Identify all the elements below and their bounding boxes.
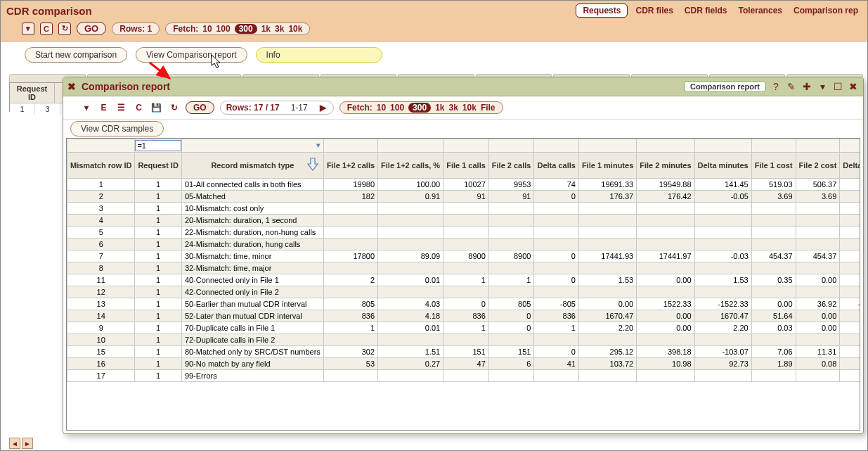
- table-cell: 17800: [323, 250, 377, 262]
- nav-requests[interactable]: Requests: [576, 4, 628, 18]
- filter-request-id-input[interactable]: [135, 140, 181, 151]
- columns-icon[interactable]: ☰: [115, 102, 127, 114]
- table-row[interactable]: 13150-Earlier than mutual CDR interval80…: [67, 298, 861, 310]
- help-icon[interactable]: ?: [770, 81, 782, 92]
- save-icon[interactable]: 💾: [150, 102, 162, 114]
- table-cell: 4: [67, 215, 135, 227]
- filter-request-id[interactable]: [135, 139, 181, 153]
- popup-close-icon[interactable]: ✖: [848, 81, 859, 92]
- redo2-icon[interactable]: ↻: [168, 102, 180, 114]
- pfetch-10k[interactable]: 10k: [462, 103, 477, 113]
- table-cell: 17441.97: [637, 250, 694, 262]
- filter-cell[interactable]: ▾: [181, 139, 323, 153]
- nav-comparison-rep[interactable]: Comparison rep: [790, 4, 862, 17]
- table-row[interactable]: 10172-Duplicate calls in File 2: [67, 334, 861, 346]
- col-delta-minutes[interactable]: Delta minutes: [694, 153, 751, 179]
- col-request-id[interactable]: Request ID: [135, 153, 181, 179]
- popup-go-button[interactable]: GO: [186, 101, 214, 114]
- table-cell: [694, 286, 751, 298]
- table-row[interactable]: 16190-No match by any field530.274764110…: [67, 358, 861, 370]
- collapse-icon[interactable]: ▾: [817, 81, 828, 92]
- col-file1-cost[interactable]: File 1 cost: [751, 153, 796, 179]
- nav-tolerances[interactable]: Tolerances: [735, 4, 786, 17]
- table-row[interactable]: 4120-Mismatch: duration, 1 second: [67, 215, 861, 227]
- fetch-300[interactable]: 300: [235, 24, 257, 34]
- table-row[interactable]: 5122-Mismatch: duration, non-hung calls: [67, 227, 861, 239]
- table-cell: 836: [443, 310, 489, 322]
- start-new-comparison-button[interactable]: Start new comparison: [25, 47, 127, 63]
- col-mismatch-row-id[interactable]: Mismatch row ID: [67, 153, 135, 179]
- table-row[interactable]: 11140-Connected only in File 120.011101.…: [67, 274, 861, 286]
- table-cell: 22-Mismatch: duration, non-hung calls: [181, 227, 323, 239]
- go-button[interactable]: GO: [77, 22, 106, 35]
- table-cell: 40-Connected only in File 1: [181, 274, 323, 286]
- table-cell: 52-Later than mutual CDR interval: [181, 310, 323, 322]
- col-delta-calls[interactable]: Delta calls: [534, 153, 578, 179]
- table-cell: 0.03: [840, 322, 860, 334]
- view-comparison-report-button[interactable]: View Comparison report: [136, 47, 247, 63]
- pfetch-1k[interactable]: 1k: [435, 103, 444, 113]
- table-cell: 4.18: [378, 310, 443, 322]
- table-cell: -805: [534, 298, 578, 310]
- fetch-10[interactable]: 10: [202, 24, 212, 34]
- maximize-icon[interactable]: ☐: [832, 81, 843, 92]
- view-cdr-samples-button[interactable]: View CDR samples: [70, 121, 164, 136]
- col-file2-cost[interactable]: File 2 cost: [796, 153, 840, 179]
- col-record-mismatch-type[interactable]: Record mismatch type: [181, 153, 323, 179]
- table-row[interactable]: 14152-Later than mutual CDR interval8364…: [67, 310, 861, 322]
- filter-icon[interactable]: ▾: [80, 102, 92, 114]
- pfetch-100[interactable]: 100: [390, 103, 404, 113]
- table-cell: 1: [135, 274, 181, 286]
- filter-cell[interactable]: [67, 139, 135, 153]
- col-file12-calls[interactable]: File 1+2 calls: [323, 153, 377, 179]
- col-file1-calls[interactable]: File 1 calls: [443, 153, 489, 179]
- pfetch-300[interactable]: 300: [408, 103, 431, 113]
- table-row[interactable]: 3110-Mismatch: cost only: [67, 203, 861, 215]
- popup-badge[interactable]: Comparison report: [684, 81, 766, 92]
- pfetch-10[interactable]: 10: [377, 103, 386, 113]
- fetch-3k[interactable]: 3k: [275, 24, 284, 34]
- table-row[interactable]: 7130-Mismatch: time, minor1780089.098900…: [67, 250, 861, 262]
- col-file1-minutes[interactable]: File 1 minutes: [578, 153, 636, 179]
- table-row[interactable]: 15180-Matched only by SRC/DST numbers302…: [67, 346, 861, 358]
- table-cell: 3: [67, 203, 135, 215]
- scroll-right-icon[interactable]: ►: [22, 438, 33, 449]
- table-row[interactable]: 9170-Duplicate calls in File 110.011012.…: [67, 322, 861, 334]
- col-file2-calls[interactable]: File 2 calls: [488, 153, 534, 179]
- table-cell: 17: [67, 370, 135, 382]
- fetch-100[interactable]: 100: [216, 24, 231, 34]
- bg-col-request-id[interactable]: Request ID: [10, 83, 55, 103]
- fetch-10k[interactable]: 10k: [288, 24, 302, 34]
- redo-icon[interactable]: ↻: [58, 23, 71, 35]
- table-row[interactable]: 6124-Mismatch: duration, hung calls: [67, 239, 861, 250]
- nav-cdr-fields[interactable]: CDR fields: [681, 4, 731, 17]
- rows-next-icon[interactable]: ▶: [319, 103, 328, 113]
- col-delta-cost[interactable]: Delta cost: [840, 153, 860, 179]
- table-row[interactable]: 17199-Errors: [67, 370, 861, 382]
- table-row[interactable]: 12142-Connected only in File 2: [67, 286, 861, 298]
- table-cell: [323, 286, 377, 298]
- scroll-left-icon[interactable]: ◄: [9, 438, 20, 449]
- table-cell: [323, 334, 377, 346]
- table-row[interactable]: 2105-Matched1820.9191910176.37176.42-0.0…: [67, 191, 861, 203]
- add-icon[interactable]: ✚: [801, 81, 812, 92]
- refresh-icon[interactable]: C: [40, 23, 53, 35]
- table-cell: [443, 215, 489, 227]
- fetch-1k[interactable]: 1k: [261, 24, 271, 34]
- nav-cdr-files[interactable]: CDR files: [632, 4, 676, 17]
- popup-rows-range-input[interactable]: [284, 102, 315, 113]
- table-cell: [323, 370, 377, 382]
- export-icon[interactable]: E: [98, 102, 110, 114]
- refresh2-icon[interactable]: C: [133, 102, 145, 114]
- close-icon[interactable]: ✖: [67, 81, 76, 92]
- fetch-label: Fetch:: [173, 24, 198, 34]
- edit-icon[interactable]: ✎: [786, 81, 797, 92]
- sort-down-icon[interactable]: [306, 157, 319, 171]
- pfetch-file[interactable]: File: [481, 103, 495, 113]
- filter-clear-icon[interactable]: ▾: [22, 23, 34, 35]
- pfetch-3k[interactable]: 3k: [448, 103, 458, 113]
- table-row[interactable]: 8132-Mismatch: time, major: [67, 262, 861, 274]
- col-file12-calls-pct[interactable]: File 1+2 calls, %: [378, 153, 443, 179]
- col-file2-minutes[interactable]: File 2 minutes: [637, 153, 694, 179]
- table-row[interactable]: 1101-All connected calls in both files19…: [67, 179, 861, 191]
